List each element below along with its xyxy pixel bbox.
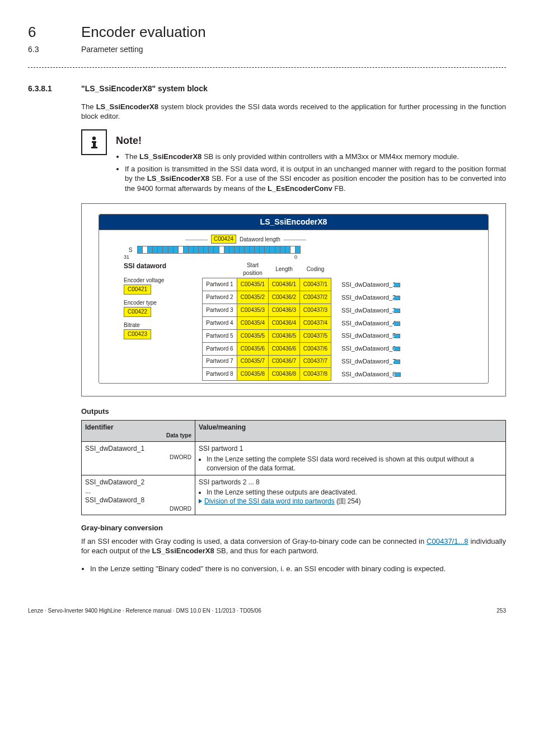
bit-high: 31 <box>124 254 137 260</box>
output-port: SSI_dwDataword_1 <box>339 279 398 291</box>
table-row: Partword 5C00435/5C00436/5C00437/5SSI_dw… <box>203 329 399 342</box>
book-icon <box>339 498 345 504</box>
diagram-title: LS_SsiEncoderX8 <box>99 214 488 230</box>
gray-bullet: In the Lenze setting "Binary coded" ther… <box>90 564 506 574</box>
table-row: Partword 3C00435/3C00436/3C00437/3SSI_dw… <box>203 304 399 317</box>
ssi-heading: SSI dataword <box>124 262 202 270</box>
gray-paragraph: If an SSI encoder with Gray coding is us… <box>81 536 506 556</box>
subsection-header: 6.3.8.1 "LS_SsiEncoderX8" system block <box>28 83 506 94</box>
partword-label: Partword 8 <box>203 368 237 381</box>
table-row: SSI_dwDataword_1DWORDSSI partword 1In th… <box>82 442 506 475</box>
param-C00421: C00421 <box>124 284 151 295</box>
page-footer: Lenze · Servo-Inverter 9400 HighLine · R… <box>28 607 506 615</box>
param-length: C00436/5 <box>269 329 300 342</box>
table-row: Partword 8C00435/8C00436/8C00437/8SSI_dw… <box>203 368 399 381</box>
param-C00422: C00422 <box>124 307 151 317</box>
divider <box>28 67 506 68</box>
param-coding: C00437/4 <box>300 317 331 330</box>
crossref-link[interactable]: Division of the SSI data word into partw… <box>204 497 335 505</box>
partword-label: Partword 7 <box>203 355 237 368</box>
param-coding: C00437/3 <box>300 304 331 317</box>
output-id: SSI_dwDataword_1 <box>85 444 191 453</box>
param-link-c00437[interactable]: C00437/1...8 <box>427 537 468 545</box>
col-length: Length <box>269 262 300 278</box>
partword-label: Partword 6 <box>203 342 237 355</box>
outputs-col-value: Value/meaning <box>195 420 506 442</box>
output-port: SSI_dwDataword_3 <box>339 305 398 316</box>
output-id: SSI_dwDataword_8 <box>85 496 191 505</box>
partword-label: Partword 5 <box>203 329 237 342</box>
param-start: C00435/3 <box>237 304 269 317</box>
diagram-left-param: Encoder voltageC00421 <box>124 277 202 295</box>
svg-rect-3 <box>91 147 97 148</box>
info-icon <box>81 129 107 155</box>
partword-label: Partword 3 <box>203 304 237 317</box>
system-block-diagram: LS_SsiEncoderX8 ―――― C00424 Dataword len… <box>81 203 506 396</box>
diagram-left-param: Encoder typeC00422 <box>124 299 202 317</box>
footer-left: Lenze · Servo-Inverter 9400 HighLine · R… <box>28 607 261 615</box>
intro-paragraph: The LS_SsiEncoderX8 system block provide… <box>81 102 506 122</box>
param-length: C00436/3 <box>269 304 300 317</box>
bit-low: 0 <box>137 254 297 260</box>
triangle-icon <box>199 499 202 503</box>
output-title: SSI partword 1 <box>199 444 502 453</box>
outputs-col-identifier: Identifier <box>85 423 191 432</box>
table-row: Partword 2C00435/2C00436/2C00437/2SSI_dw… <box>203 291 399 304</box>
chapter-header: 6 Encoder evaluation <box>28 22 506 42</box>
output-dtype: DWORD <box>85 505 191 513</box>
param-coding: C00437/1 <box>300 278 331 291</box>
param-length: C00436/4 <box>269 317 300 330</box>
outputs-heading: Outputs <box>81 407 506 417</box>
subsection-title: "LS_SsiEncoderX8" system block <box>81 83 208 94</box>
output-crossref[interactable]: Division of the SSI data word into partw… <box>199 497 502 506</box>
crossref-page: 254 <box>347 497 358 505</box>
section-header: 6.3 Parameter setting <box>28 44 506 55</box>
param-coding: C00437/5 <box>300 329 331 342</box>
output-port: SSI_dwDataword_7 <box>339 356 398 367</box>
section-number: 6.3 <box>28 44 81 55</box>
table-row: Partword 6C00435/6C00436/6C00437/6SSI_dw… <box>203 342 399 355</box>
partword-label: Partword 1 <box>203 278 237 291</box>
param-start: C00435/1 <box>237 278 269 291</box>
output-bullet: In the Lenze setting the complete SSI da… <box>207 455 502 473</box>
table-row: Partword 7C00435/7C00436/7C00437/7SSI_dw… <box>203 355 399 368</box>
output-port: SSI_dwDataword_5 <box>339 330 398 342</box>
param-length: C00436/1 <box>269 278 300 291</box>
output-port: SSI_dwDataword_8 <box>339 368 399 380</box>
note-block: Note! The LS_SsiEncoderX8 SB is only pro… <box>81 129 506 195</box>
chapter-title: Encoder evaluation <box>81 22 206 42</box>
param-C00423: C00423 <box>124 329 151 339</box>
param-coding: C00437/6 <box>300 342 331 355</box>
param-start: C00435/6 <box>237 342 269 355</box>
partword-table: Start position Length Coding Partword 1C… <box>202 262 399 381</box>
note-list: The LS_SsiEncoderX8 SB is only provided … <box>116 152 506 193</box>
dataword-length-label: Dataword length <box>240 236 280 244</box>
output-dtype: DWORD <box>85 454 191 461</box>
footer-page: 253 <box>496 607 506 615</box>
param-length: C00436/8 <box>269 368 300 381</box>
param-length: C00436/7 <box>269 355 300 368</box>
partword-label: Partword 2 <box>203 291 237 304</box>
partword-label: Partword 4 <box>203 317 237 330</box>
param-length: C00436/2 <box>269 291 300 304</box>
output-bullet: In the Lenze setting these outputs are d… <box>207 488 502 497</box>
output-id: ... <box>85 487 191 496</box>
outputs-table: Identifier Data type Value/meaning SSI_d… <box>81 420 506 515</box>
bit-bar <box>137 246 301 254</box>
diagram-left-param: BitrateC00423 <box>124 321 202 339</box>
col-coding: Coding <box>300 262 331 278</box>
table-row: SSI_dwDataword_2...SSI_dwDataword_8DWORD… <box>82 475 506 515</box>
param-coding: C00437/2 <box>300 291 331 304</box>
param-start: C00435/2 <box>237 291 269 304</box>
param-length: C00436/6 <box>269 342 300 355</box>
param-start: C00435/8 <box>237 368 269 381</box>
output-id: SSI_dwDataword_2 <box>85 478 191 487</box>
output-port: SSI_dwDataword_4 <box>339 318 398 329</box>
gray-heading: Gray-binary conversion <box>81 523 506 533</box>
col-start-position: Start position <box>237 262 269 278</box>
section-title: Parameter setting <box>81 44 143 55</box>
note-item: If a position is transmitted in the SSI … <box>125 164 506 194</box>
table-row: Partword 1C00435/1C00436/1C00437/1SSI_dw… <box>203 278 399 291</box>
svg-point-0 <box>92 137 96 140</box>
note-heading: Note! <box>116 134 506 147</box>
